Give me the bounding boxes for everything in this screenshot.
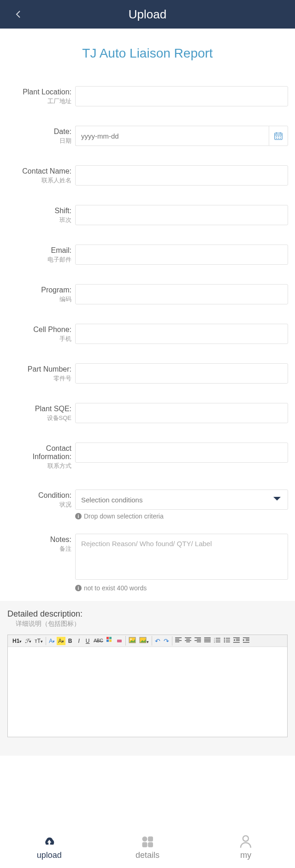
tb-ordered-list-icon[interactable]: 123	[212, 636, 222, 645]
input-plant-sqe[interactable]	[75, 403, 288, 423]
sublabel-notes: 备注	[7, 545, 71, 553]
tab-upload[interactable]: upload	[0, 827, 98, 868]
sublabel-part-number: 零件号	[7, 374, 71, 383]
sublabel-contact-name: 联系人姓名	[7, 176, 71, 185]
input-shift[interactable]	[75, 205, 288, 225]
tb-image-icon[interactable]	[127, 636, 137, 646]
tb-align-left-icon[interactable]	[174, 636, 183, 645]
svg-rect-56	[142, 842, 147, 847]
label-part-number: Part Number:	[7, 365, 71, 373]
calendar-icon	[274, 131, 283, 140]
svg-rect-6	[280, 136, 281, 137]
tab-details-label: details	[136, 851, 159, 860]
tb-strikethrough[interactable]: ABC	[92, 637, 105, 644]
svg-point-54	[142, 836, 147, 841]
sublabel-plant-sqe: 设备SQE	[7, 414, 71, 422]
info-icon: i	[75, 585, 82, 591]
rich-text-editor: H1▾ ℱ▾ тT▾ A▾ A▾ B I U ABC	[7, 635, 288, 737]
row-date: Date: 日期	[0, 126, 295, 146]
label-notes: Notes:	[7, 536, 71, 544]
sublabel-cell-phone: 手机	[7, 335, 71, 343]
user-icon	[237, 835, 254, 849]
tab-my-label: my	[240, 851, 251, 860]
tb-font-size[interactable]: тT▾	[33, 637, 44, 645]
tb-unordered-list-icon[interactable]	[222, 636, 231, 645]
tb-remove-format-icon[interactable]	[115, 636, 124, 646]
svg-rect-57	[148, 842, 153, 847]
tb-underline[interactable]: U	[83, 637, 92, 645]
row-program: Program: 编码	[0, 284, 295, 304]
row-contact-info: Contact Information: 联系方式	[0, 443, 295, 470]
row-plant-sqe: Plant SQE: 设备SQE	[0, 403, 295, 423]
editor-toolbar: H1▾ ℱ▾ тT▾ A▾ A▾ B I U ABC	[8, 635, 287, 647]
select-condition[interactable]: Selection conditions	[75, 489, 288, 510]
top-bar: Upload	[0, 0, 295, 29]
editor-body[interactable]	[8, 647, 287, 737]
svg-rect-14	[117, 640, 122, 642]
label-condition: Condition:	[7, 491, 71, 500]
bottom-nav: upload details my	[0, 827, 295, 868]
row-plant-location: Plant Location: 工厂地址	[0, 86, 295, 106]
textarea-notes[interactable]	[75, 534, 288, 580]
label-program: Program:	[7, 286, 71, 294]
tab-upload-label: upload	[37, 851, 62, 860]
svg-point-40	[224, 638, 225, 639]
row-cell-phone: Cell Phone: 手机	[0, 324, 295, 344]
input-program[interactable]	[75, 284, 288, 304]
row-part-number: Part Number: 零件号	[0, 363, 295, 384]
label-plant-location: Plant Location:	[7, 88, 71, 96]
chevron-down-icon	[273, 495, 281, 504]
row-email: Email: 电子邮件	[0, 245, 295, 265]
label-shift: Shift:	[7, 207, 71, 215]
input-plant-location[interactable]	[75, 86, 288, 106]
tb-italic[interactable]: I	[75, 637, 83, 645]
helper-condition: i Drop down selection criteria	[75, 513, 288, 520]
tab-my[interactable]: my	[197, 827, 295, 868]
sublabel-email: 电子邮件	[7, 256, 71, 264]
input-date[interactable]	[75, 126, 269, 146]
input-email[interactable]	[75, 245, 288, 265]
helper-notes: i not to exist 400 words	[75, 584, 288, 592]
label-email: Email:	[7, 246, 71, 255]
row-shift: Shift: 班次	[0, 205, 295, 225]
input-contact-info[interactable]	[75, 443, 288, 463]
svg-rect-4	[276, 136, 277, 137]
back-icon[interactable]	[14, 10, 23, 19]
tb-heading[interactable]: H1▾	[11, 637, 23, 645]
tb-align-center-icon[interactable]	[183, 636, 193, 645]
grid-icon	[139, 835, 156, 849]
label-contact-info: Contact Information:	[7, 444, 71, 461]
page-title: Upload	[129, 7, 166, 22]
select-condition-placeholder: Selection conditions	[81, 496, 142, 504]
detail-sublabel: 详细说明（包括图标）	[16, 620, 288, 628]
tb-font-family[interactable]: ℱ▾	[24, 637, 33, 645]
tb-bold[interactable]: B	[66, 637, 74, 645]
tb-color-icon[interactable]	[105, 636, 114, 646]
tb-align-right-icon[interactable]	[193, 636, 202, 645]
label-plant-sqe: Plant SQE:	[7, 405, 71, 413]
svg-rect-11	[109, 637, 112, 639]
tab-details[interactable]: details	[98, 827, 196, 868]
input-contact-name[interactable]	[75, 165, 288, 186]
tb-highlight[interactable]: A▾	[57, 637, 65, 645]
svg-rect-12	[106, 640, 109, 642]
tb-redo-icon[interactable]: ↷	[162, 636, 171, 646]
tb-align-justify-icon[interactable]	[203, 636, 212, 645]
svg-point-16	[130, 639, 131, 640]
tb-undo-icon[interactable]: ↶	[153, 636, 162, 646]
tb-indent-icon[interactable]	[242, 636, 251, 645]
input-cell-phone[interactable]	[75, 324, 288, 344]
row-notes: Notes: 备注 i not to exist 400 words	[0, 534, 295, 592]
detail-section: Detailed description: 详细说明（包括图标） H1▾ ℱ▾ …	[0, 601, 295, 756]
input-part-number[interactable]	[75, 363, 288, 384]
row-contact-name: Contact Name: 联系人姓名	[0, 165, 295, 186]
calendar-button[interactable]	[269, 126, 288, 146]
svg-point-58	[243, 836, 248, 841]
sublabel-contact-info: 联系方式	[7, 462, 71, 470]
row-condition: Condition: 状况 Selection conditions i Dro…	[0, 489, 295, 520]
tb-outdent-icon[interactable]	[232, 636, 241, 645]
tb-image-list-icon[interactable]: ▾	[138, 636, 150, 646]
tb-text-color[interactable]: A▾	[47, 637, 56, 645]
sublabel-condition: 状况	[7, 501, 71, 509]
svg-rect-8	[278, 138, 279, 139]
